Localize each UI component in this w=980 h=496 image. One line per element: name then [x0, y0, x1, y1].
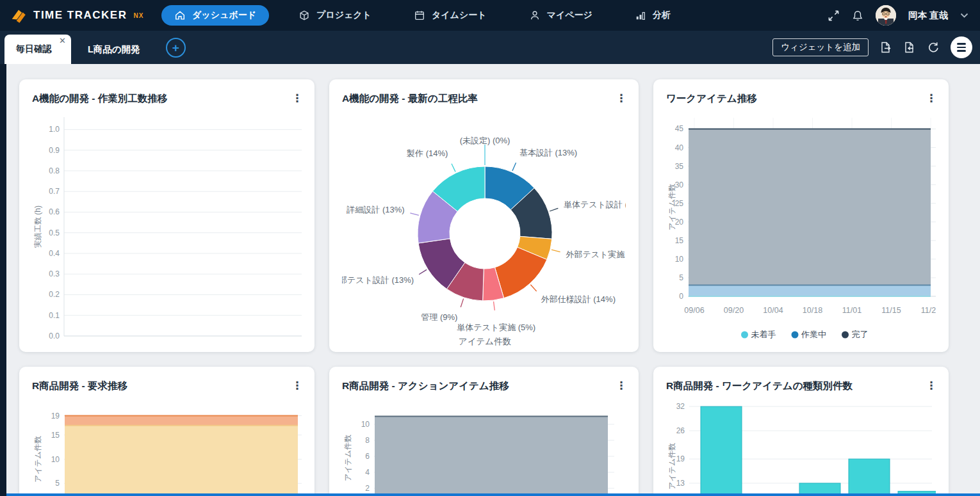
import-icon[interactable]	[903, 41, 916, 54]
svg-text:(未設定) (0%): (未設定) (0%)	[460, 136, 510, 145]
svg-text:0.0: 0.0	[49, 332, 60, 340]
widget-card-workitem-trend: ワークアイテム推移 ⋮ 051015202530354045アイテム件数09/0…	[653, 79, 949, 352]
logo-text: TIME TRACKER	[33, 9, 127, 22]
svg-text:アイテム件数: アイテム件数	[667, 184, 676, 230]
svg-text:単体テスト実施 (5%): 単体テスト実施 (5%)	[457, 323, 535, 332]
home-icon	[174, 10, 186, 21]
svg-text:5: 5	[679, 273, 683, 282]
svg-text:0.6: 0.6	[49, 207, 60, 216]
svg-text:管理 (9%): 管理 (9%)	[421, 312, 457, 322]
widget-card-process-ratio: A機能の開発 - 最新の工程比率 ⋮ 基本設計 (13%)単体テスト設計 (13…	[329, 79, 639, 352]
hamburger-menu-button[interactable]	[951, 36, 972, 58]
svg-text:完了: 完了	[852, 330, 869, 339]
svg-text:アイテム件数: アイテム件数	[343, 435, 352, 481]
nav-label: プロジェクト	[316, 10, 372, 21]
nav-item-mypage[interactable]: マイページ	[516, 5, 605, 26]
logo-suffix: NX	[133, 12, 143, 19]
logo-icon	[9, 6, 28, 25]
kebab-menu-icon[interactable]: ⋮	[614, 380, 628, 392]
chevron-down-icon[interactable]	[960, 13, 968, 19]
svg-text:13: 13	[676, 479, 685, 488]
svg-text:8: 8	[365, 436, 370, 445]
bottom-scroll-indicator	[6, 493, 980, 496]
svg-text:アイテム件数: アイテム件数	[33, 436, 42, 483]
svg-text:作業中: 作業中	[801, 330, 826, 339]
chart-workitem-trend: 051015202530354045アイテム件数09/0609/2010/041…	[666, 109, 936, 346]
tab-l-product[interactable]: L商品の開発	[71, 35, 157, 64]
person-icon	[529, 10, 541, 21]
svg-text:0.3: 0.3	[49, 269, 60, 278]
chart-workitem-by-type-bars: 13192632アイテム件数	[666, 397, 936, 496]
tab-daily-check[interactable]: 毎日確認 ✕	[4, 35, 71, 64]
cube-icon	[298, 10, 310, 21]
dashboard-tab-bar: 毎日確認 ✕ L商品の開発 + ウィジェットを追加	[0, 31, 980, 64]
svg-text:0.9: 0.9	[49, 146, 60, 155]
svg-text:10/04: 10/04	[763, 306, 783, 315]
svg-text:6: 6	[365, 452, 370, 461]
chart-action-item-trend: 246810アイテム件数	[342, 397, 626, 496]
widget-title: ワークアイテム推移	[666, 92, 924, 106]
svg-text:35: 35	[675, 162, 684, 171]
svg-text:アイテム件数: アイテム件数	[667, 443, 676, 490]
svg-text:11/29: 11/29	[921, 306, 936, 315]
svg-text:0.7: 0.7	[49, 187, 60, 196]
svg-text:09/20: 09/20	[724, 306, 744, 315]
export-icon[interactable]	[879, 41, 892, 54]
nav-label: タイムシート	[432, 10, 487, 21]
main-nav: ダッシュボード プロジェクト タイムシート マイページ	[161, 5, 700, 26]
svg-text:0: 0	[679, 292, 683, 301]
svg-text:45: 45	[675, 124, 684, 133]
topbar-right: 岡本 直哉	[828, 5, 980, 26]
svg-text:外部テスト実施 (5%): 外部テスト実施 (5%)	[565, 250, 626, 259]
svg-text:15: 15	[675, 236, 684, 245]
svg-text:基本設計 (13%): 基本設計 (13%)	[519, 148, 577, 157]
bar-chart-icon	[635, 10, 646, 21]
kebab-menu-icon[interactable]: ⋮	[614, 92, 628, 105]
widget-title: R商品開発 - ワークアイテムの種類別件数	[666, 380, 924, 393]
svg-text:外部テスト設計 (13%): 外部テスト設計 (13%)	[342, 275, 414, 285]
svg-text:1.0: 1.0	[49, 125, 60, 134]
svg-text:製作 (14%): 製作 (14%)	[407, 148, 448, 158]
svg-text:未着手: 未着手	[751, 330, 776, 339]
bell-icon[interactable]	[852, 10, 863, 22]
widget-title: A機能の開発 - 作業別工数推移	[32, 92, 290, 106]
widget-title: R商品開発 - アクションアイテム推移	[342, 380, 614, 393]
app-logo[interactable]: TIME TRACKER NX	[0, 6, 161, 25]
kebab-menu-icon[interactable]: ⋮	[924, 380, 938, 392]
kebab-menu-icon[interactable]: ⋮	[290, 92, 304, 105]
user-name[interactable]: 岡本 直哉	[908, 10, 948, 22]
svg-text:09/06: 09/06	[684, 306, 704, 315]
widget-card-workitem-by-type: R商品開発 - ワークアイテムの種類別件数 ⋮ 13192632アイテム件数	[653, 367, 949, 496]
kebab-menu-icon[interactable]: ⋮	[924, 92, 938, 105]
widget-card-work-hours-trend: A機能の開発 - 作業別工数推移 ⋮ 1.00.90.80.70.60.50.4…	[19, 79, 314, 352]
tab-label: 毎日確認	[16, 44, 52, 55]
svg-text:10: 10	[675, 255, 684, 264]
svg-text:19: 19	[51, 412, 60, 420]
svg-text:15: 15	[51, 431, 60, 440]
svg-text:外部仕様設計 (14%): 外部仕様設計 (14%)	[541, 294, 616, 304]
svg-text:0.4: 0.4	[49, 249, 60, 258]
widget-title: A機能の開発 - 最新の工程比率	[342, 92, 614, 106]
nav-item-project[interactable]: プロジェクト	[286, 5, 384, 26]
nav-item-analysis[interactable]: 分析	[622, 5, 683, 26]
svg-text:詳細設計 (13%): 詳細設計 (13%)	[346, 205, 404, 214]
calendar-icon	[414, 10, 425, 21]
widget-card-action-item-trend: R商品開発 - アクションアイテム推移 ⋮ 246810アイテム件数	[329, 367, 639, 496]
refresh-icon[interactable]	[927, 41, 940, 54]
add-widget-button[interactable]: ウィジェットを追加	[772, 38, 869, 56]
nav-item-dashboard[interactable]: ダッシュボード	[161, 5, 269, 26]
nav-label: ダッシュボード	[192, 10, 256, 21]
nav-item-timesheet[interactable]: タイムシート	[401, 5, 500, 26]
expand-icon[interactable]	[828, 10, 840, 22]
svg-text:26: 26	[676, 426, 685, 435]
nav-label: マイページ	[547, 10, 592, 21]
avatar[interactable]	[876, 5, 896, 26]
add-tab-button[interactable]: +	[166, 38, 186, 58]
svg-text:0.2: 0.2	[49, 290, 60, 299]
widget-card-requirement-trend: R商品開発 - 要求推移 ⋮ 5101519アイテム件数	[19, 367, 314, 496]
kebab-menu-icon[interactable]: ⋮	[290, 380, 304, 392]
svg-text:40: 40	[675, 143, 684, 152]
top-navigation-bar: TIME TRACKER NX ダッシュボード プロジェクト タイムシート	[0, 0, 980, 31]
svg-text:実績工数 (h): 実績工数 (h)	[33, 205, 42, 248]
close-icon[interactable]: ✕	[59, 36, 66, 45]
